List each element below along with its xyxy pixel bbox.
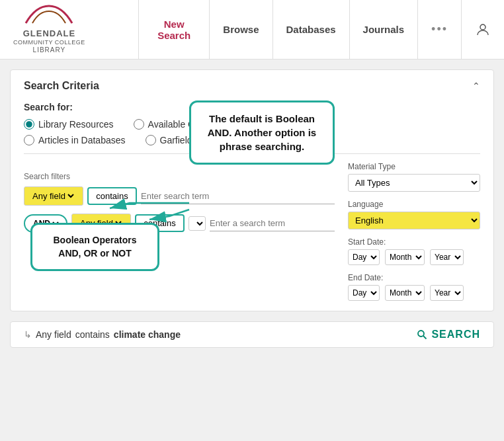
end-date-label: End Date: xyxy=(348,273,480,282)
material-type-label: Material Type xyxy=(348,162,480,171)
search-button-label: SEARCH xyxy=(431,329,480,341)
summary-term: climate change xyxy=(114,329,181,340)
field-select-1[interactable]: Any field Title Author Subject xyxy=(24,186,83,206)
filter-row-1: Any field Title Author Subject contains xyxy=(24,186,335,206)
radio-articles-in-databases-input[interactable] xyxy=(24,135,34,145)
search-input-2[interactable] xyxy=(210,216,335,231)
bottom-bar: ↳ Any field contains climate change SEAR… xyxy=(10,321,494,348)
logo-text: GLENDALE COMMUNITY COLLEGE LIBRARY xyxy=(13,5,85,54)
summary-operator: contains xyxy=(75,329,110,340)
radio-garfield-library-input[interactable] xyxy=(146,135,156,145)
radio-library-resources-input[interactable] xyxy=(24,119,34,130)
callout-default-text: The default is Boolean AND. Another opti… xyxy=(208,113,316,152)
start-date-row: Day Month Year xyxy=(348,249,480,265)
left-col: Search filters Any field Title Author Su… xyxy=(24,162,335,301)
nav-item-databases[interactable]: Databases xyxy=(273,0,350,59)
main-nav: New Search Browse Databases Journals ••• xyxy=(139,0,504,59)
svg-point-0 xyxy=(480,24,485,30)
nav-item-new-search[interactable]: New Search xyxy=(139,0,210,59)
search-criteria-box: Search Criteria ⌃ Search for: Library Re… xyxy=(10,69,494,311)
logo-arch-icon xyxy=(22,5,75,24)
radio-articles-in-databases[interactable]: Articles in Databases xyxy=(24,135,126,145)
nav-item-user[interactable] xyxy=(462,0,504,59)
nav-item-journals[interactable]: Journals xyxy=(350,0,419,59)
contains-box-1: contains xyxy=(87,187,137,205)
filter-rows-container: Any field Title Author Subject contains xyxy=(24,186,335,251)
svg-point-3 xyxy=(418,331,424,337)
logo-library: LIBRARY xyxy=(13,46,85,54)
logo-area: GLENDALE COMMUNITY COLLEGE LIBRARY xyxy=(0,0,139,59)
svg-line-4 xyxy=(423,336,427,339)
summary-field: Any field xyxy=(36,329,71,340)
two-col-layout: Search filters Any field Title Author Su… xyxy=(24,162,480,301)
start-date-day-select[interactable]: Day xyxy=(348,249,380,265)
logo-subtitle: COMMUNITY COLLEGE xyxy=(13,39,85,46)
logo-college-name: GLENDALE xyxy=(13,28,85,39)
language-label: Language xyxy=(348,200,480,209)
radio-available-online-input[interactable] xyxy=(134,119,144,130)
callout-boolean-text: Boolean Operators AND, OR or NOT xyxy=(53,235,136,259)
search-criteria-header: Search Criteria ⌃ xyxy=(24,80,480,92)
header: GLENDALE COMMUNITY COLLEGE LIBRARY New S… xyxy=(0,0,504,60)
search-button[interactable]: SEARCH xyxy=(417,329,480,341)
user-icon xyxy=(475,22,491,38)
field-select-1-input[interactable]: Any field Title Author Subject xyxy=(30,190,76,202)
main-content: Search Criteria ⌃ Search for: Library Re… xyxy=(0,69,504,348)
nav-item-more[interactable]: ••• xyxy=(418,0,462,59)
operator-dropdown-2[interactable] xyxy=(189,216,206,231)
end-date-year-select[interactable]: Year xyxy=(430,285,464,301)
callout-boolean: Boolean Operators AND, OR or NOT xyxy=(30,223,159,271)
end-date-day-select[interactable]: Day xyxy=(348,285,380,301)
start-date-year-select[interactable]: Year xyxy=(430,249,464,265)
callout-default: The default is Boolean AND. Another opti… xyxy=(189,100,335,165)
summary-arrow-icon: ↳ xyxy=(24,329,32,340)
search-criteria-title: Search Criteria xyxy=(24,80,99,92)
search-summary: ↳ Any field contains climate change xyxy=(24,329,181,340)
search-icon xyxy=(417,329,427,340)
start-date-label: Start Date: xyxy=(348,237,480,247)
end-date-month-select[interactable]: Month xyxy=(385,285,425,301)
language-select[interactable]: English Spanish French All Languages xyxy=(348,212,480,229)
operator-label-1: contains xyxy=(96,191,128,201)
end-date-row: Day Month Year xyxy=(348,285,480,301)
collapse-icon[interactable]: ⌃ xyxy=(472,81,480,91)
radio-library-resources-label: Library Resources xyxy=(38,119,114,130)
radio-articles-in-databases-label: Articles in Databases xyxy=(38,135,126,145)
right-col: Material Type All Types Book Article Jou… xyxy=(348,162,480,301)
search-filters-label: Search filters xyxy=(24,172,335,181)
material-type-select[interactable]: All Types Book Article Journal xyxy=(348,174,480,192)
nav-item-browse[interactable]: Browse xyxy=(210,0,273,59)
radio-library-resources[interactable]: Library Resources xyxy=(24,119,114,130)
search-input-1[interactable] xyxy=(141,188,335,204)
start-date-month-select[interactable]: Month xyxy=(385,249,425,265)
